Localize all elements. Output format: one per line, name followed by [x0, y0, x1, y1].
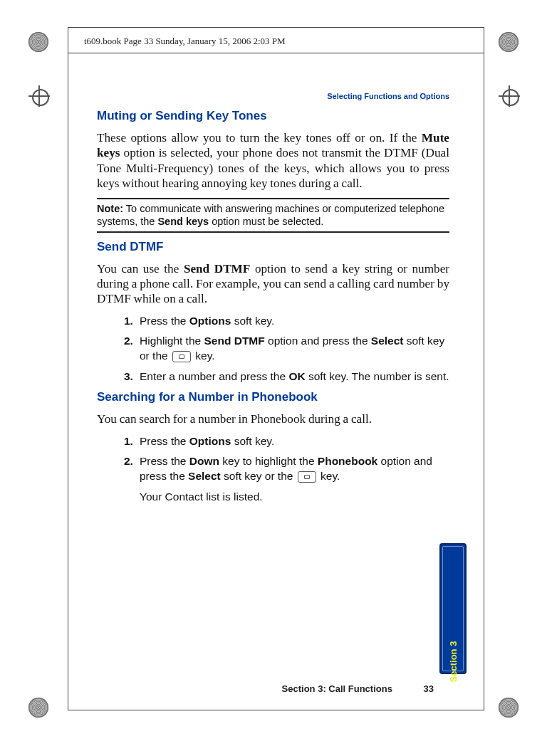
- heading-search-phonebook: Searching for a Number in Phonebook: [97, 390, 449, 404]
- section-side-label: Section 3: [448, 641, 459, 683]
- footer-page-number: 33: [424, 683, 434, 694]
- heading-send-dtmf: Send DTMF: [97, 240, 449, 254]
- section-side-tab: Section 3: [439, 543, 467, 674]
- step-1: 1. Press the Options soft key.: [124, 314, 449, 329]
- crop-mark-bottom-left: [28, 698, 48, 718]
- crop-mark-bottom-right: [499, 698, 519, 718]
- step-pb-result: Your Contact list is listed.: [140, 490, 449, 505]
- divider-bottom: [97, 231, 449, 233]
- step-3: 3. Enter a number and press the OK soft …: [124, 369, 449, 384]
- ok-key-icon: [298, 471, 316, 483]
- paragraph-send-dtmf: You can use the Send DTMF option to send…: [97, 261, 449, 307]
- page-content: Selecting Functions and Options Muting o…: [97, 92, 449, 510]
- divider-top: [97, 198, 449, 199]
- note-sendkeys: Note: To communicate with answering mach…: [97, 202, 449, 228]
- ok-key-icon: [172, 351, 191, 362]
- running-head: Selecting Functions and Options: [97, 92, 449, 100]
- registration-mark-right: [499, 85, 520, 107]
- page-frame: t609.book Page 33 Sunday, January 15, 20…: [68, 27, 484, 710]
- registration-mark-left: [28, 85, 50, 107]
- paragraph-muting: These options allow you to turn the key …: [97, 130, 449, 191]
- crop-mark-top-right: [499, 32, 519, 52]
- crop-mark-top-left: [28, 32, 48, 52]
- footer-section-label: Section 3: Call Functions: [282, 683, 392, 694]
- step-pb-2: 2. Press the Down key to highlight the P…: [124, 454, 449, 505]
- paragraph-search-phonebook: You can search for a number in Phonebook…: [97, 411, 449, 426]
- page-footer: Section 3: Call Functions 33: [282, 683, 434, 694]
- print-meta-header: t609.book Page 33 Sunday, January 15, 20…: [68, 28, 484, 53]
- steps-send-dtmf: 1. Press the Options soft key. 2. Highli…: [124, 314, 449, 385]
- step-2: 2. Highlight the Send DTMF option and pr…: [124, 334, 449, 364]
- heading-muting: Muting or Sending Key Tones: [97, 109, 449, 123]
- steps-phonebook: 1. Press the Options soft key. 2. Press …: [124, 434, 449, 505]
- step-pb-1: 1. Press the Options soft key.: [124, 434, 449, 449]
